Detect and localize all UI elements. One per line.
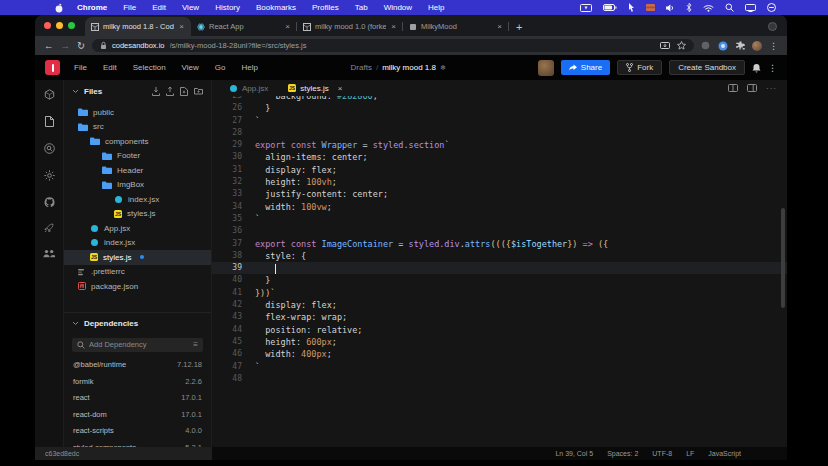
csb-menu-file[interactable]: File: [74, 63, 87, 72]
apple-icon[interactable]: [55, 3, 63, 13]
code-line[interactable]: 45 height: 600px;: [212, 336, 787, 348]
search-icon[interactable]: [725, 3, 734, 12]
code-line[interactable]: 34 width: 100vw;: [212, 201, 787, 213]
dependency-row[interactable]: react17.0.1: [64, 390, 211, 407]
csb-menu-view[interactable]: View: [182, 63, 199, 72]
code-line[interactable]: 36: [212, 225, 787, 237]
menubar-item-window[interactable]: Window: [384, 3, 412, 12]
search-sidebar-icon[interactable]: [44, 143, 55, 154]
files-section-header[interactable]: Files: [64, 80, 211, 102]
bookmark-star-icon[interactable]: [677, 41, 686, 50]
user-avatar[interactable]: [538, 60, 554, 76]
tree-item-packagejson[interactable]: package.json: [64, 279, 211, 294]
code-line[interactable]: 35`: [212, 213, 787, 225]
open-preview-icon[interactable]: [747, 84, 757, 92]
reload-icon[interactable]: ↻: [77, 41, 85, 51]
notifications-bell-icon[interactable]: [752, 63, 761, 73]
tree-item-Appjsx[interactable]: App.jsx: [64, 221, 211, 236]
tab-close-icon[interactable]: ×: [338, 84, 343, 93]
status-item[interactable]: LF: [686, 450, 694, 457]
tab-close-icon[interactable]: ×: [178, 22, 185, 31]
menubar-item-tab[interactable]: Tab: [355, 3, 368, 12]
status-item[interactable]: UTF-8: [652, 450, 672, 457]
tab-close-icon[interactable]: ×: [284, 22, 291, 31]
code-line[interactable]: 42 display: flex;: [212, 299, 787, 311]
editor-tab-stylesjs[interactable]: JSstyles.js×: [278, 80, 352, 96]
code-area[interactable]: 25 background: #282860,26 }27`2829export…: [212, 96, 787, 447]
export-zip-icon[interactable]: [152, 87, 160, 96]
deployment-rocket-icon[interactable]: [44, 223, 54, 233]
code-line[interactable]: 32 height: 100vh;: [212, 176, 787, 188]
screen-mirroring-icon[interactable]: [580, 4, 592, 12]
explorer-icon[interactable]: [45, 116, 54, 127]
split-editor-icon[interactable]: [728, 84, 738, 92]
tree-item-components[interactable]: components: [64, 134, 211, 149]
code-line[interactable]: 27`: [212, 115, 787, 127]
add-dependency-field[interactable]: ≡: [72, 338, 203, 352]
menubar-item-chrome[interactable]: Chrome: [77, 3, 107, 12]
keyboard-flag-icon[interactable]: [646, 4, 655, 11]
dependency-row[interactable]: styled-components5.2.1: [64, 439, 211, 447]
tree-item-Header[interactable]: Header: [64, 163, 211, 178]
tree-item-indexjsx[interactable]: index.jsx: [64, 236, 211, 251]
tree-item-stylesjs[interactable]: JSstyles.js: [64, 250, 211, 265]
breadcrumb-drafts[interactable]: Drafts: [351, 63, 372, 72]
share-button[interactable]: Share: [561, 60, 610, 75]
dependency-row[interactable]: react-dom17.0.1: [64, 406, 211, 423]
search-tabs-icon[interactable]: [768, 22, 777, 31]
code-line[interactable]: 41}))`: [212, 287, 787, 299]
status-item[interactable]: Spaces: 2: [607, 450, 638, 457]
code-line[interactable]: 29export const Wrapper = styled.section`: [212, 139, 787, 151]
github-icon[interactable]: [44, 197, 55, 207]
browser-tab[interactable]: milky mood 1.8 - CodeSandb×: [85, 17, 191, 36]
code-line[interactable]: 43 flex-wrap: wrap;: [212, 311, 787, 323]
new-tab-button[interactable]: +: [516, 21, 522, 33]
new-folder-icon[interactable]: [194, 87, 203, 95]
code-line[interactable]: 28: [212, 127, 787, 139]
save-page-icon[interactable]: [660, 42, 670, 50]
menubar-item-history[interactable]: History: [215, 3, 240, 12]
dependencies-header[interactable]: Dependencies: [64, 313, 211, 335]
dependency-row[interactable]: @babel/runtime7.12.18: [64, 357, 211, 374]
code-line[interactable]: 47`: [212, 361, 787, 373]
close-window-button[interactable]: [44, 22, 51, 29]
browser-tab[interactable]: React App×: [191, 17, 297, 36]
csb-menu-go[interactable]: Go: [215, 63, 226, 72]
editor-tab-Appjsx[interactable]: App.jsx: [219, 80, 278, 96]
code-line[interactable]: 37export const ImageContainer = styled.d…: [212, 238, 787, 250]
header-menu-icon[interactable]: ⋮: [768, 63, 777, 73]
csb-menu-help[interactable]: Help: [241, 63, 257, 72]
menubar-item-file[interactable]: File: [123, 3, 136, 12]
dependency-row[interactable]: react-scripts4.0.0: [64, 423, 211, 440]
code-line[interactable]: 48: [212, 373, 787, 385]
frozen-icon[interactable]: ❄: [440, 64, 446, 72]
volume-icon[interactable]: [666, 4, 675, 12]
tree-item-src[interactable]: src: [64, 120, 211, 135]
settings-gear-icon[interactable]: [44, 170, 55, 181]
dependency-list-icon[interactable]: ≡: [193, 340, 198, 349]
create-sandbox-button[interactable]: Create Sandbox: [669, 60, 745, 75]
add-dependency-input[interactable]: [89, 340, 189, 349]
battery-icon[interactable]: [603, 4, 617, 11]
status-item[interactable]: JavaScript: [708, 450, 741, 457]
menubar-item-view[interactable]: View: [182, 3, 199, 12]
back-icon[interactable]: ←: [44, 41, 54, 51]
code-line[interactable]: 26 }: [212, 102, 787, 114]
menubar-item-bookmarks[interactable]: Bookmarks: [256, 3, 296, 12]
minimize-window-button[interactable]: [56, 22, 63, 29]
new-file-icon[interactable]: [180, 87, 188, 96]
url-field[interactable]: codesandbox.io/s/milky-mood-18-28unl?fil…: [92, 39, 694, 52]
project-icon[interactable]: [44, 89, 55, 100]
do-not-disturb-icon[interactable]: [767, 3, 776, 12]
code-line[interactable]: 39: [212, 262, 787, 274]
live-users-icon[interactable]: [43, 249, 55, 258]
menubar-item-profiles[interactable]: Profiles: [312, 3, 339, 12]
fork-button[interactable]: Fork: [617, 60, 662, 75]
tree-item-indexjsx[interactable]: index.jsx: [64, 192, 211, 207]
dependency-row[interactable]: formik2.2.6: [64, 373, 211, 390]
editor-scrollbar[interactable]: [781, 208, 785, 308]
browser-tab[interactable]: milky mood 1.0 (forked) - Cod×: [297, 17, 403, 36]
code-line[interactable]: 30 align-items: center;: [212, 151, 787, 163]
menubar-item-edit[interactable]: Edit: [152, 3, 166, 12]
code-line[interactable]: 46 width: 400px;: [212, 348, 787, 360]
